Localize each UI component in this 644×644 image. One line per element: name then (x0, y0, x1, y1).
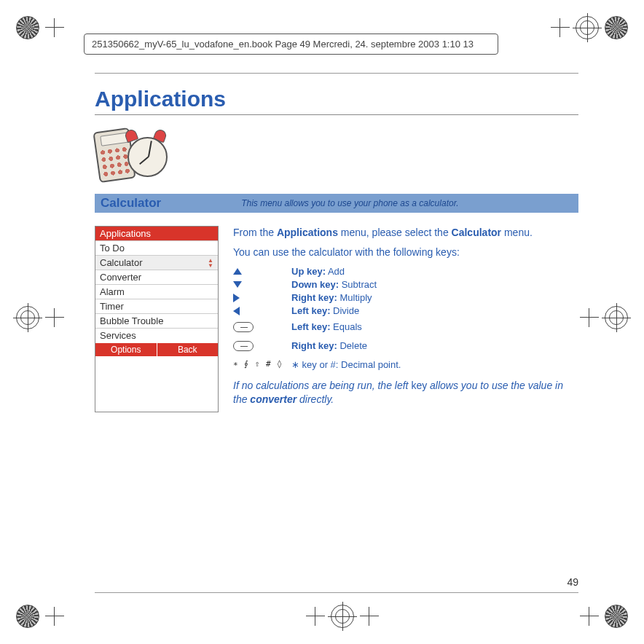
crop-mark-mr (580, 306, 628, 329)
arrow-down-icon (233, 281, 291, 288)
key-row-up: Up key: Add (233, 265, 578, 278)
book-header: 251350662_myV-65_lu_vodafone_en.book Pag… (84, 34, 498, 55)
registration-target-icon (16, 306, 39, 329)
crop-mark-tl (16, 16, 64, 39)
softkey-right-icon (233, 341, 291, 351)
phone-menu-item: Services (95, 328, 218, 342)
phone-menu-footer: Options Back (95, 342, 218, 356)
text-bold: Calculator (452, 227, 501, 238)
arrow-left-icon (233, 307, 291, 315)
content-area: Applications Calculator This menu allows… (95, 73, 578, 593)
key-label: Down key: Subtract (291, 278, 377, 291)
note: If no calculations are being run, the le… (233, 379, 578, 407)
section-bar: Calculator This menu allows you to use y… (95, 194, 578, 213)
text: Add (328, 266, 345, 277)
scroll-indicator-icon: ▲▼ (208, 258, 213, 268)
registration-target-icon (605, 306, 628, 329)
phone-menu-item: To Do (95, 240, 218, 255)
text-bold: Right key: (291, 292, 337, 303)
star-hash-icon: ∗ ∮ ⇧ # ◊ (233, 359, 291, 370)
registration-wheel-icon (16, 16, 39, 39)
text: directly. (297, 393, 334, 405)
text: Delete (339, 340, 367, 351)
text: Subtract (342, 279, 377, 290)
key-row-softkey-right: Right key: Delete (233, 339, 578, 353)
crop-corner-icon (360, 607, 379, 626)
page: 251350662_myV-65_lu_vodafone_en.book Pag… (0, 0, 644, 644)
text-bold: Applications (277, 227, 338, 238)
key-table: Up key: Add Down key: Subtract Right key… (233, 265, 578, 372)
key-row-left: Left key: Divide (233, 305, 578, 318)
key-row-symbol: ∗ ∮ ⇧ # ◊ ∗ key or #: Decimal point. (233, 358, 578, 372)
crop-corner-icon (45, 607, 64, 626)
registration-target-icon (331, 605, 354, 628)
softkey-options: Options (95, 342, 157, 356)
text-bold: Up key: (291, 266, 326, 277)
softkey-back: Back (157, 342, 219, 356)
crop-mark-ml (16, 306, 64, 329)
text-bold: Left key: (291, 321, 330, 332)
crop-corner-icon (45, 308, 64, 327)
columns: Applications To Do Calculator ▲▼ Convert… (95, 226, 578, 412)
crop-corner-icon (580, 308, 599, 327)
title-rule (95, 114, 578, 115)
phone-menu-item: Alarm (95, 284, 218, 299)
arrow-right-icon (233, 294, 291, 302)
text-bold: converter (250, 393, 297, 405)
crop-mark-br (580, 605, 628, 628)
key-row-down: Down key: Subtract (233, 278, 578, 291)
key-label: Up key: Add (291, 265, 345, 278)
phone-menu-mock: Applications To Do Calculator ▲▼ Convert… (95, 226, 219, 412)
calculator-keys-icon (98, 145, 131, 178)
page-number: 49 (567, 576, 578, 588)
text: key (411, 380, 427, 391)
section-description: This menu allows you to use your phone a… (241, 198, 458, 208)
registration-wheel-icon (605, 605, 628, 628)
text: ∗ key or # (291, 359, 336, 370)
phone-menu-item: Timer (95, 299, 218, 313)
crop-mark-mb (306, 605, 379, 628)
phone-menu-item: Bubble Trouble (95, 313, 218, 328)
text: Multiply (339, 292, 372, 303)
crop-corner-icon (45, 18, 64, 37)
text-bold: Left key: (291, 305, 330, 316)
text: Divide (333, 305, 359, 316)
section-title: Calculator (101, 196, 161, 211)
intro-paragraph-1: From the Applications menu, please selec… (233, 226, 578, 240)
crop-mark-bl (16, 605, 64, 628)
text: : Decimal point. (336, 359, 401, 370)
registration-wheel-icon (16, 605, 39, 628)
text: menu, please select the (338, 227, 452, 238)
text-bold: Down key: (291, 279, 339, 290)
crop-corner-icon (580, 607, 599, 626)
key-label: Right key: Multiply (291, 291, 372, 305)
key-row-softkey-left: Left key: Equals (233, 321, 578, 334)
key-row-right: Right key: Multiply (233, 291, 578, 305)
phone-menu-header: Applications (95, 227, 218, 240)
key-label: Right key: Delete (291, 339, 367, 353)
phone-menu-item-selected: Calculator ▲▼ (95, 255, 218, 270)
registration-wheel-icon (605, 16, 628, 39)
registration-target-icon (576, 16, 599, 39)
key-label: ∗ key or #: Decimal point. (291, 358, 401, 372)
softkey-left-icon (233, 322, 291, 332)
page-title: Applications (95, 87, 578, 111)
phone-menu-item: Converter (95, 270, 218, 284)
crop-corner-icon (551, 18, 570, 37)
crop-corner-icon (306, 607, 325, 626)
arrow-up-icon (233, 268, 291, 275)
intro-paragraph-2: You can use the calculator with the foll… (233, 246, 578, 259)
text: Equals (333, 321, 362, 332)
calculator-clock-illustration (95, 124, 175, 189)
text: From the (233, 227, 277, 238)
text: menu. (501, 227, 533, 238)
key-label: Left key: Divide (291, 305, 359, 318)
phone-menu-item-label: Calculator (100, 257, 143, 268)
body-text: From the Applications menu, please selec… (233, 226, 578, 412)
text-bold: Right key: (291, 340, 337, 351)
text: If no calculations are being run, the le… (233, 380, 411, 391)
crop-mark-tr (551, 16, 628, 39)
key-label: Left key: Equals (291, 321, 362, 334)
